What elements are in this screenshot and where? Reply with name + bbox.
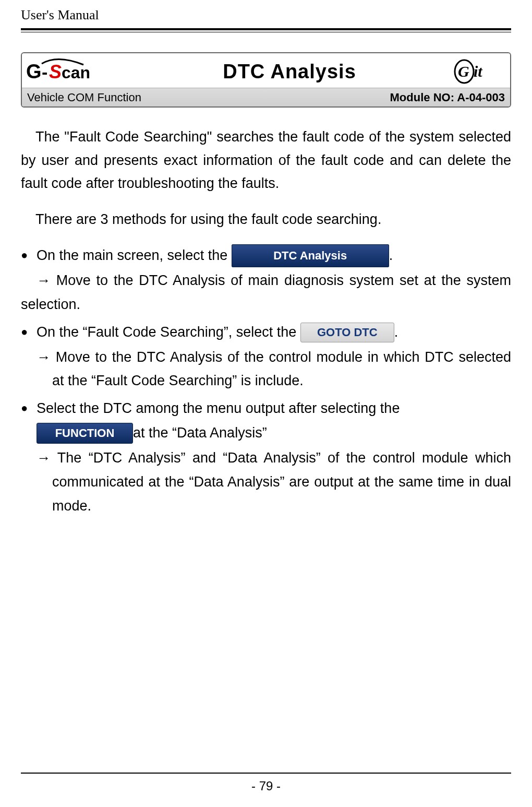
bullet-3-arrow: → The “DTC Analysis” and “Data Analysis”… <box>21 446 511 518</box>
svg-text:-: - <box>42 62 47 82</box>
panel-subtitle-left: Vehicle COM Function <box>27 91 141 104</box>
bullet-2-arrow: → Move to the DTC Analysis of the contro… <box>21 346 511 394</box>
paragraph-1: The "Fault Code Searching" searches the … <box>21 125 511 195</box>
bullet-1-post: . <box>389 244 393 268</box>
panel-title: DTC Analysis <box>125 61 454 83</box>
panel-subtitle-right: Module NO: A-04-003 <box>390 91 505 104</box>
running-header: User's Manual <box>21 0 511 28</box>
bullet-1: On the main screen, select the DTC Analy… <box>21 243 511 268</box>
bullet-1-arrow: → Move to the DTC Analysis of main diagn… <box>21 269 511 317</box>
bullet-2-lead <box>21 324 37 339</box>
page-number: - 79 - <box>0 776 532 793</box>
git-logo: G it <box>454 58 506 85</box>
svg-text:G: G <box>26 61 42 82</box>
panel-top: G - S can DTC Analysis G it <box>22 53 510 88</box>
bullet-3-post: at the “Data Analysis” <box>133 421 267 445</box>
paragraph-2: There are 3 methods for using the fault … <box>21 208 511 231</box>
bullet-3-lead <box>21 400 37 416</box>
svg-text:can: can <box>62 63 90 82</box>
panel-bottom: Vehicle COM Function Module NO: A-04-003 <box>22 88 510 106</box>
bullet-1-pre: On the main screen, select the <box>37 244 227 268</box>
dtc-analysis-button[interactable]: DTC Analysis <box>232 244 389 267</box>
function-button[interactable]: FUNCTION <box>37 423 133 444</box>
header-rule <box>21 28 511 30</box>
bullet-3: Select the DTC among the menu output aft… <box>21 396 511 445</box>
page: User's Manual G - S can DTC Analysis G i… <box>0 0 532 807</box>
bullet-3-pre: Select the DTC among the menu output aft… <box>37 400 400 416</box>
bullet-list: On the main screen, select the DTC Analy… <box>21 243 511 518</box>
bullet-2-post: . <box>394 321 398 345</box>
footer-rule <box>21 773 511 774</box>
bullet-1-lead <box>21 247 37 263</box>
gscan-logo: G - S can <box>26 57 125 86</box>
bullet-2: On the “Fault Code Searching”, select th… <box>21 320 511 345</box>
svg-text:G: G <box>458 63 469 80</box>
goto-dtc-button[interactable]: GOTO DTC <box>300 323 394 342</box>
bullet-2-pre: On the “Fault Code Searching”, select th… <box>37 321 296 345</box>
svg-text:it: it <box>474 63 483 80</box>
svg-text:S: S <box>49 61 62 82</box>
title-panel: G - S can DTC Analysis G it Vehicle COM … <box>21 52 511 108</box>
body: The "Fault Code Searching" searches the … <box>21 125 511 518</box>
